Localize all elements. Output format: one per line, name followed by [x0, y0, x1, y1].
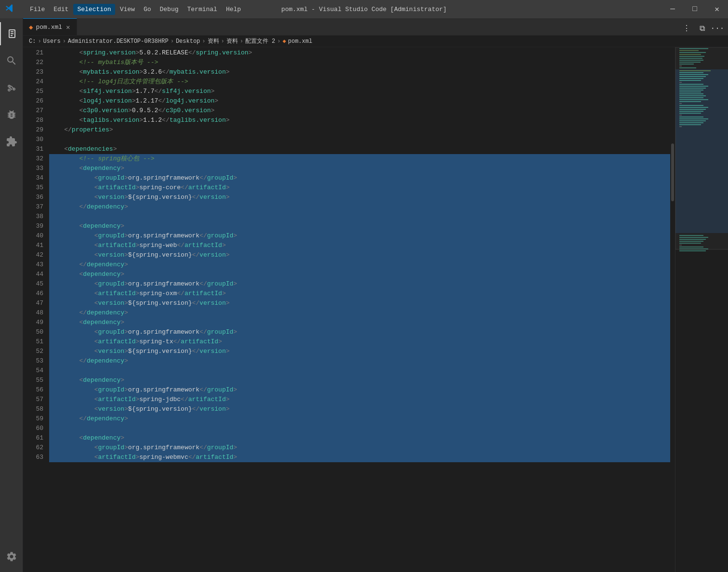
xml-file-icon: ◆: [29, 23, 33, 31]
code-line-36: <version>${spring.version}</version>: [49, 193, 670, 202]
code-line-38: [49, 212, 670, 221]
code-line-22: <!-- mybatis版本号 -->: [49, 58, 670, 67]
menu-file[interactable]: File: [26, 4, 49, 15]
tab-close-button[interactable]: ✕: [65, 22, 71, 32]
code-line-60: [49, 424, 670, 433]
code-line-42: <version>${spring.version}</version>: [49, 250, 670, 260]
minimap[interactable]: [675, 47, 728, 572]
activity-bar: [0, 18, 23, 572]
code-content[interactable]: <spring.version>5.0.2.RELEASE</spring.ve…: [47, 47, 670, 572]
code-line-27: <c3p0.version>0.9.5.2</c3p0.version>: [49, 106, 670, 116]
vscode-logo: [5, 3, 14, 15]
explorer-icon[interactable]: [0, 22, 23, 45]
line-numbers: 21 22 23 24 25 26 27 28 29 30 31 32 33 3…: [23, 47, 47, 572]
menu-edit[interactable]: Edit: [50, 4, 72, 15]
code-line-24: <!-- log4j日志文件管理包版本 -->: [49, 77, 670, 87]
editor-area: ◆ pom.xml ✕ ⋮ ⧉ ··· C: › Users › Adminis…: [23, 18, 728, 572]
menu-debug[interactable]: Debug: [156, 4, 182, 15]
breadcrumb-filename[interactable]: pom.xml: [288, 38, 312, 45]
title-bar: File Edit Selection View Go Debug Termin…: [0, 0, 728, 18]
breadcrumb-material2[interactable]: 资料: [226, 37, 238, 45]
code-line-62: <groupId>org.springframework</groupId>: [49, 443, 670, 453]
tabs-bar: ◆ pom.xml ✕ ⋮ ⧉ ···: [23, 18, 728, 36]
minimize-button[interactable]: —: [662, 0, 684, 18]
breadcrumb-admin[interactable]: Administrator.DESKTOP-0R38HRP: [68, 38, 169, 45]
code-line-23: <mybatis.version>3.2.6</mybatis.version>: [49, 67, 670, 77]
search-icon[interactable]: [0, 49, 23, 72]
menu-view[interactable]: View: [116, 4, 139, 15]
code-line-46: <artifactId>spring-oxm</artifactId>: [49, 289, 670, 299]
menu-go[interactable]: Go: [140, 4, 155, 15]
breadcrumb-material1[interactable]: 资料: [208, 37, 219, 45]
code-line-32: <!-- spring核心包 -->: [49, 154, 670, 164]
svg-rect-52: [675, 47, 728, 249]
breadcrumb-config[interactable]: 配置文件 2: [245, 37, 275, 45]
menu-selection[interactable]: Selection: [73, 4, 115, 15]
code-line-53: </dependency>: [49, 356, 670, 366]
debug-icon[interactable]: [0, 103, 23, 126]
code-line-50: <groupId>org.springframework</groupId>: [49, 327, 670, 337]
tab-actions: ⋮ ⧉ ···: [680, 22, 728, 35]
code-line-41: <artifactId>spring-web</artifactId>: [49, 241, 670, 250]
more-actions-button[interactable]: ···: [711, 22, 724, 35]
code-line-39: <dependency>: [49, 221, 670, 231]
code-line-58: <version>${spring.version}</version>: [49, 404, 670, 414]
code-line-55: <dependency>: [49, 376, 670, 385]
tab-pom-xml[interactable]: ◆ pom.xml ✕: [23, 18, 77, 35]
code-line-61: <dependency>: [49, 433, 670, 443]
code-line-29: </properties>: [49, 125, 670, 135]
split-editor-button[interactable]: ⧉: [695, 22, 709, 35]
main-layout: ◆ pom.xml ✕ ⋮ ⧉ ··· C: › Users › Adminis…: [0, 18, 728, 572]
window-title: pom.xml - Visual Studio Code [Administra…: [281, 6, 447, 13]
tab-filename: pom.xml: [36, 24, 62, 31]
menu-help[interactable]: Help: [222, 4, 245, 15]
code-line-57: <artifactId>spring-jdbc</artifactId>: [49, 395, 670, 404]
svg-rect-51: [679, 250, 706, 251]
code-line-31: <dependencies>: [49, 144, 670, 154]
breadcrumb-file-icon: ◆: [283, 38, 286, 45]
settings-icon[interactable]: [0, 545, 23, 568]
code-line-48: </dependency>: [49, 308, 670, 318]
code-line-43: </dependency>: [49, 260, 670, 270]
source-control-icon[interactable]: [0, 76, 23, 99]
code-line-63: <artifactId>spring-webmvc</artifactId>: [49, 453, 670, 462]
code-line-25: <slf4j.version>1.7.7</slf4j.version>: [49, 87, 670, 96]
code-line-59: </dependency>: [49, 414, 670, 424]
vertical-scrollbar[interactable]: [670, 47, 675, 572]
code-line-21: <spring.version>5.0.2.RELEASE</spring.ve…: [49, 48, 670, 58]
code-line-51: <artifactId>spring-tx</artifactId>: [49, 337, 670, 347]
code-line-30: [49, 135, 670, 144]
window-controls: — □ ✕: [662, 0, 728, 18]
breadcrumb-c[interactable]: C:: [29, 38, 36, 45]
breadcrumb: C: › Users › Administrator.DESKTOP-0R38H…: [23, 36, 728, 47]
maximize-button[interactable]: □: [684, 0, 706, 18]
code-line-34: <groupId>org.springframework</groupId>: [49, 173, 670, 183]
code-line-37: </dependency>: [49, 202, 670, 212]
close-button[interactable]: ✕: [706, 0, 728, 18]
code-line-28: <taglibs.version>1.1.2</taglibs.version>: [49, 116, 670, 125]
code-line-56: <groupId>org.springframework</groupId>: [49, 385, 670, 395]
code-line-35: <artifactId>spring-core</artifactId>: [49, 183, 670, 193]
code-line-44: <dependency>: [49, 270, 670, 279]
menu-bar: File Edit Selection View Go Debug Termin…: [26, 4, 245, 15]
breadcrumb-users[interactable]: Users: [43, 38, 61, 45]
code-line-26: <log4j.version>1.2.17</log4j.version>: [49, 96, 670, 106]
code-line-40: <groupId>org.springframework</groupId>: [49, 231, 670, 241]
extensions-icon[interactable]: [0, 130, 23, 153]
code-line-54: [49, 366, 670, 376]
code-line-49: <dependency>: [49, 318, 670, 327]
code-line-52: <version>${spring.version}</version>: [49, 347, 670, 356]
code-line-45: <groupId>org.springframework</groupId>: [49, 279, 670, 289]
breadcrumb-desktop[interactable]: Desktop: [176, 38, 200, 45]
toggle-panel-button[interactable]: ⋮: [680, 22, 693, 35]
code-line-47: <version>${spring.version}</version>: [49, 299, 670, 308]
code-editor[interactable]: 21 22 23 24 25 26 27 28 29 30 31 32 33 3…: [23, 47, 728, 572]
scrollbar-thumb[interactable]: [671, 143, 674, 201]
menu-terminal[interactable]: Terminal: [184, 4, 221, 15]
code-line-33: <dependency>: [49, 164, 670, 173]
